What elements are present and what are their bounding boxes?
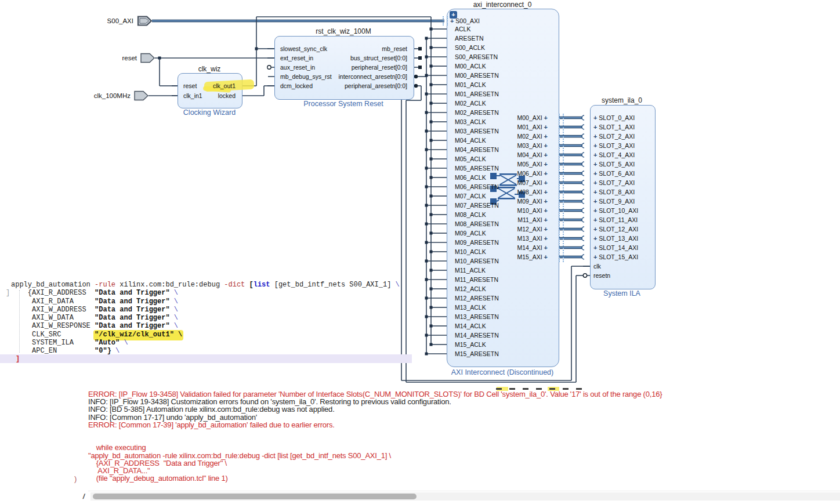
pin-M07_AXI[interactable]: M07_AXI +	[487, 179, 548, 187]
pin-M14_ARESETN[interactable]: M14_ARESETN	[455, 332, 499, 339]
pin-SLOT_6_AXI[interactable]: + SLOT_6_AXI	[593, 170, 635, 177]
plus-icon: +	[544, 133, 548, 140]
pin-M14_AXI[interactable]: M14_AXI +	[487, 244, 548, 252]
port-reset[interactable]	[141, 54, 154, 63]
port-S00_AXI[interactable]	[138, 17, 151, 26]
pin-SLOT_4_AXI[interactable]: + SLOT_4_AXI	[593, 151, 635, 159]
plus-icon: +	[593, 151, 597, 158]
pin-M15_ACLK[interactable]: M15_ACLK	[455, 341, 486, 349]
pin-M04_ACLK[interactable]: M04_ACLK	[455, 137, 486, 144]
pin-dcm_locked[interactable]: dcm_locked	[280, 82, 313, 90]
pin-M04_AXI[interactable]: M04_AXI +	[487, 151, 548, 159]
pin-M12_AXI[interactable]: M12_AXI +	[487, 226, 548, 233]
pin-SLOT_11_AXI[interactable]: + SLOT_11_AXI	[593, 216, 638, 224]
pin-SLOT_2_AXI[interactable]: + SLOT_2_AXI	[593, 133, 635, 140]
pin-M01_ARESETN[interactable]: M01_ARESETN	[455, 90, 499, 98]
plus-icon: +	[593, 253, 597, 260]
code-line-8[interactable]: SYSTEM_ILA "Auto" \	[11, 339, 400, 347]
tcl-console-messages: ERROR: [IP_Flow 19-3458] Validation fail…	[88, 390, 662, 482]
pin-M10_AXI[interactable]: M10_AXI +	[487, 207, 548, 215]
pin-M12_ACLK[interactable]: M12_ACLK	[455, 285, 486, 293]
pin-M03_ACLK[interactable]: M03_ACLK	[455, 118, 486, 126]
pin-S00_ACLK[interactable]: S00_ACLK	[455, 44, 485, 52]
pin-M08_ACLK[interactable]: M08_ACLK	[455, 211, 486, 219]
pin-clk_out1[interactable]: clk_out1	[143, 82, 236, 90]
code-line-7[interactable]: CLK_SRC "/clk_wiz/clk_out1" \	[11, 331, 400, 339]
code-line-4[interactable]: AXI_W_ADDRESS "Data and Trigger" \	[11, 306, 400, 314]
pin-M11_ACLK[interactable]: M11_ACLK	[455, 267, 486, 274]
pin-resetn[interactable]: resetn	[593, 272, 610, 280]
pin-M13_ACLK[interactable]: M13_ACLK	[455, 304, 486, 311]
pin-SLOT_14_AXI[interactable]: + SLOT_14_AXI	[593, 244, 638, 252]
code-line-5[interactable]: AXI_W_DATA "Data and Trigger" \	[11, 314, 400, 322]
pin-mb_reset[interactable]: mb_reset	[314, 45, 407, 53]
plus-icon: +	[544, 216, 548, 223]
pin-M11_ARESETN[interactable]: M11_ARESETN	[455, 276, 498, 284]
pin-M05_AXI[interactable]: M05_AXI +	[487, 161, 548, 168]
pin-SLOT_13_AXI[interactable]: + SLOT_13_AXI	[593, 235, 638, 242]
pin-M15_ARESETN[interactable]: M15_ARESETN	[455, 350, 499, 358]
pin-locked[interactable]: locked	[143, 92, 236, 100]
horizontal-scrollbar-thumb[interactable]	[93, 494, 417, 499]
pin-M08_AXI[interactable]: M08_AXI +	[487, 188, 548, 196]
pin-peripheral_reset[0:0][interactable]: peripheral_reset[0:0]	[314, 64, 407, 71]
pin-interconnect_aresetn[0:0][interactable]: interconnect_aresetn[0:0]	[314, 73, 407, 81]
pin-M00_ARESETN[interactable]: M00_ARESETN	[455, 72, 499, 79]
code-line-3[interactable]: AXI_R_DATA "Data and Trigger" \	[11, 298, 400, 306]
pin-SLOT_7_AXI[interactable]: + SLOT_7_AXI	[593, 179, 635, 187]
pin-M01_AXI[interactable]: M01_AXI +	[487, 124, 548, 131]
console-line-10: {AXI_R_ADDRESS "Data and Trigger" \	[88, 459, 662, 467]
pin-SLOT_0_AXI[interactable]: + SLOT_0_AXI	[593, 114, 635, 122]
pin-S00_AXI-interface[interactable]: + S00_AXI	[450, 17, 480, 25]
plus-icon: +	[544, 253, 548, 260]
pin-bus_struct_reset[0:0][interactable]: bus_struct_reset[0:0]	[314, 55, 407, 62]
pin-clk[interactable]: clk	[593, 263, 601, 270]
pin-M09_ACLK[interactable]: M09_ACLK	[455, 230, 486, 237]
pin-M02_AXI[interactable]: M02_AXI +	[487, 133, 548, 140]
pin-M00_AXI[interactable]: M00_AXI +	[487, 114, 548, 122]
pin-M06_ACLK[interactable]: M06_ACLK	[455, 174, 486, 182]
pin-SLOT_1_AXI[interactable]: + SLOT_1_AXI	[593, 124, 635, 131]
pin-SLOT_3_AXI[interactable]: + SLOT_3_AXI	[593, 142, 635, 150]
pin-ACLK[interactable]: ACLK	[455, 26, 470, 33]
pin-M07_ACLK[interactable]: M07_ACLK	[455, 193, 486, 200]
pin-ext_reset_in[interactable]: ext_reset_in	[280, 55, 313, 62]
pin-M02_ACLK[interactable]: M02_ACLK	[455, 100, 486, 107]
pin-ARESETN[interactable]: ARESETN	[455, 35, 484, 42]
pin-M09_AXI[interactable]: M09_AXI +	[487, 198, 548, 205]
pin-SLOT_5_AXI[interactable]: + SLOT_5_AXI	[593, 161, 635, 168]
pin-SLOT_8_AXI[interactable]: + SLOT_8_AXI	[593, 188, 635, 196]
pin-M01_ACLK[interactable]: M01_ACLK	[455, 81, 486, 89]
horizontal-scrollbar-track[interactable]	[90, 492, 840, 501]
pin-SLOT_12_AXI[interactable]: + SLOT_12_AXI	[593, 226, 638, 233]
plus-icon: +	[544, 244, 548, 251]
pin-SLOT_9_AXI[interactable]: + SLOT_9_AXI	[593, 198, 635, 205]
code-line-2[interactable]: {AXI_R_ADDRESS "Data and Trigger" \	[11, 289, 400, 297]
pin-M06_AXI[interactable]: M06_AXI +	[487, 170, 548, 177]
ila-caption: System ILA	[603, 289, 640, 298]
code-line-6[interactable]: AXI_W_RESPONSE "Data and Trigger" \	[11, 322, 400, 330]
plus-icon: +	[544, 114, 548, 121]
code-line-10[interactable]: ]	[11, 355, 400, 363]
clk-wiz-caption: Clocking Wizard	[183, 108, 236, 117]
pin-M12_ARESETN[interactable]: M12_ARESETN	[455, 295, 499, 302]
pin-M00_ACLK[interactable]: M00_ACLK	[455, 63, 486, 70]
pin-S00_ARESETN[interactable]: S00_ARESETN	[455, 53, 498, 61]
pin-M15_AXI[interactable]: M15_AXI +	[487, 253, 548, 261]
pin-M10_ACLK[interactable]: M10_ACLK	[455, 248, 486, 256]
code-line-9[interactable]: APC_EN "0"} \	[11, 347, 400, 355]
pin-SLOT_10_AXI[interactable]: + SLOT_10_AXI	[593, 207, 638, 215]
pin-SLOT_15_AXI[interactable]: + SLOT_15_AXI	[593, 253, 638, 261]
plus-icon: +	[593, 235, 597, 242]
pin-M13_ARESETN[interactable]: M13_ARESETN	[455, 313, 499, 321]
pin-M03_AXI[interactable]: M03_AXI +	[487, 142, 548, 150]
pin-peripheral_aresetn[0:0][interactable]: peripheral_aresetn[0:0]	[314, 82, 407, 90]
code-line-1[interactable]: apply_bd_automation -rule xilinx.com:bd_…	[11, 281, 400, 289]
rst-caption: Processor System Reset	[303, 100, 383, 108]
tcl-code-editor[interactable]: apply_bd_automation -rule xilinx.com:bd_…	[11, 281, 400, 364]
pin-M05_ACLK[interactable]: M05_ACLK	[455, 155, 486, 163]
pin-M13_AXI[interactable]: M13_AXI +	[487, 235, 548, 242]
pin-aux_reset_in[interactable]: aux_reset_in	[280, 64, 315, 71]
pin-M11_AXI[interactable]: M11_AXI +	[487, 216, 548, 224]
pin-M14_ACLK[interactable]: M14_ACLK	[455, 322, 486, 330]
